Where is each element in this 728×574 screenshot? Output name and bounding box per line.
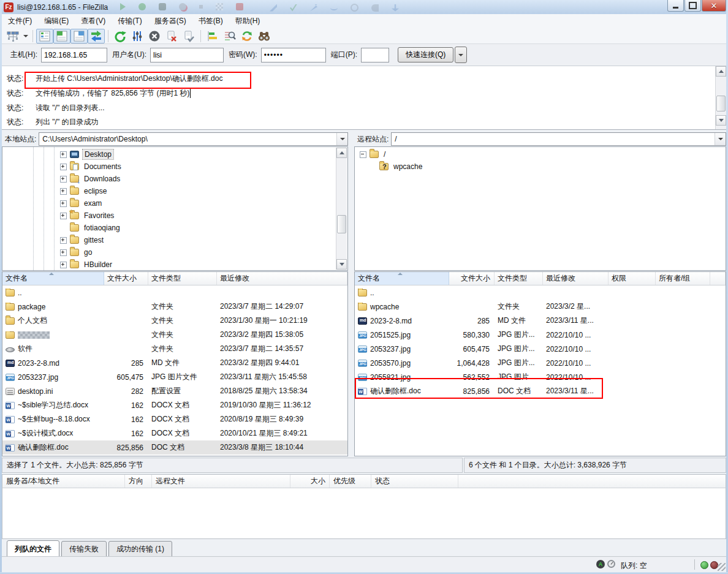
column-header-filesize[interactable]: 文件大小 — [449, 272, 495, 285]
tree-item-wpcache[interactable]: wpcache — [379, 160, 424, 173]
file-row[interactable]: 2053570.jpg1,064,428JPG 图片...2022/10/10 … — [355, 356, 726, 370]
local-tree-scrollbar[interactable] — [336, 148, 347, 270]
tree-item-gittest[interactable]: gittest — [60, 234, 105, 246]
tab-successful-transfers[interactable]: 成功的传输 (1) — [108, 541, 172, 557]
refresh-button[interactable] — [112, 29, 129, 43]
column-header-filetype[interactable]: 文件类型 — [148, 272, 217, 285]
queue-column-priority[interactable]: 优先级 — [330, 475, 371, 488]
toggle-transfer-queue-button[interactable] — [88, 29, 105, 43]
remote-file-list[interactable]: 文件名 文件大小 文件类型 最近修改 权限 所有者/组 .. wpcache文件… — [354, 271, 726, 456]
file-row[interactable]: ~$设计模式.docx162DOCX 文档2020/10/21 星期三 8:49… — [2, 426, 347, 440]
speed-limit-icon[interactable] — [607, 560, 615, 568]
column-header-owner-group[interactable]: 所有者/组 — [656, 272, 710, 285]
queue-column-server-local[interactable]: 服务器/本地文件 — [2, 475, 125, 488]
password-input[interactable] — [261, 48, 326, 62]
combo-dropdown-button[interactable] — [715, 133, 726, 145]
menu-edit[interactable]: 编辑(E) — [38, 14, 75, 28]
local-directory-tree[interactable]: Desktop Documents Downloads eclipse exam… — [2, 146, 348, 271]
site-manager-button[interactable] — [4, 29, 21, 43]
column-header-modified[interactable]: 最近修改 — [543, 272, 609, 285]
collapse-icon[interactable] — [360, 151, 366, 158]
file-row[interactable]: 2055821.jpg562,552JPG 图片...2022/10/10 ..… — [355, 370, 726, 384]
local-site-combobox[interactable]: C:\Users\Administrator\Desktop\ — [39, 132, 348, 146]
file-row[interactable]: 软件文件夹2023/3/7 星期二 14:35:57 — [2, 342, 347, 356]
expand-icon[interactable] — [60, 200, 67, 207]
toggle-local-tree-button[interactable] — [53, 29, 70, 43]
expand-icon[interactable] — [60, 213, 67, 219]
toggle-message-log-button[interactable] — [36, 29, 53, 43]
site-manager-dropdown[interactable] — [21, 29, 29, 43]
directory-filter-button[interactable] — [221, 29, 238, 43]
file-row-parent[interactable]: .. — [355, 285, 726, 300]
expand-icon[interactable] — [60, 262, 67, 268]
find-files-button[interactable] — [256, 29, 273, 43]
expand-icon[interactable] — [60, 164, 67, 170]
file-row[interactable]: wpcache文件夹2023/3/2 星... — [355, 300, 726, 314]
tree-item-desktop[interactable]: Desktop — [60, 148, 114, 160]
username-input[interactable] — [150, 48, 224, 62]
column-header-filetype[interactable]: 文件类型 — [495, 272, 543, 285]
file-row[interactable]: desktop.ini282配置设置2018/8/25 星期六 13:58:34 — [2, 384, 347, 398]
remote-directory-tree[interactable]: / wpcache — [354, 146, 726, 271]
tree-item-fotiaoqiang[interactable]: fotiaoqiang — [60, 222, 122, 234]
file-row[interactable]: 2053237.jpg605,475JPG 图片文件2023/3/11 星期六 … — [2, 370, 347, 384]
queue-column-size[interactable]: 大小 — [290, 475, 330, 488]
combo-dropdown-button[interactable] — [336, 133, 347, 145]
scroll-up-button[interactable] — [336, 148, 347, 158]
file-row[interactable]: package文件夹2023/3/7 星期二 14:29:07 — [2, 300, 347, 314]
tree-item-downloads[interactable]: Downloads — [60, 173, 122, 185]
remote-site-combobox[interactable]: / — [391, 132, 726, 146]
tree-item-exam[interactable]: exam — [60, 197, 104, 210]
queue-column-remote-file[interactable]: 远程文件 — [152, 475, 290, 488]
directory-comparison-button[interactable] — [204, 29, 221, 43]
minimize-button[interactable] — [667, 0, 684, 12]
file-row[interactable]: 2023-2-8.md285MD 文件2023/3/11 星... — [355, 314, 726, 328]
queue-body[interactable] — [2, 488, 726, 539]
scroll-down-button[interactable] — [716, 115, 726, 126]
column-header-filename[interactable]: 文件名 — [355, 272, 449, 285]
close-button[interactable]: ✕ — [702, 0, 726, 12]
quickconnect-button[interactable]: 快速连接(Q) — [398, 47, 453, 62]
column-header-modified[interactable]: 最近修改 — [217, 272, 347, 285]
port-input[interactable] — [361, 48, 389, 62]
file-row[interactable]: 2023-2-8.md285MD 文件2023/3/2 星期四 9:44:01 — [2, 356, 347, 370]
scroll-thumb[interactable] — [716, 96, 726, 111]
column-header-filename[interactable]: 文件名 — [2, 272, 104, 285]
column-header-permissions[interactable]: 权限 — [609, 272, 656, 285]
file-row[interactable]: 2051525.jpg580,330JPG 图片...2022/10/10 ..… — [355, 328, 726, 342]
disconnect-button[interactable] — [163, 29, 180, 43]
titlebar[interactable]: Fz lisi@192.168.1.65 - FileZilla ✕ — [0, 0, 728, 14]
menu-server[interactable]: 服务器(S) — [148, 14, 192, 28]
file-row[interactable]: ~$sible学习总结.docx162DOCX 文档2019/10/30 星期三… — [2, 398, 347, 412]
file-row-selected[interactable]: 确认删除框.doc825,856DOC 文档2023/3/8 星期三 18:10… — [2, 440, 347, 455]
maximize-button[interactable] — [684, 0, 701, 12]
scroll-down-button[interactable] — [336, 259, 347, 270]
queue-column-status[interactable]: 状态 — [371, 475, 458, 488]
expand-icon[interactable] — [60, 249, 67, 256]
quickconnect-dropdown[interactable] — [455, 47, 467, 63]
tab-queued-files[interactable]: 列队的文件 — [7, 540, 59, 557]
tree-item-documents[interactable]: Documents — [60, 160, 123, 173]
cancel-button[interactable] — [146, 29, 163, 43]
transfer-mode-gear-icon[interactable]: A — [596, 560, 605, 568]
menu-transfer[interactable]: 传输(T) — [112, 14, 148, 28]
tab-failed-transfers[interactable]: 传输失败 — [61, 541, 107, 557]
scroll-up-button[interactable] — [716, 66, 726, 77]
file-row[interactable]: 文件夹2023/3/2 星期四 15:38:05 — [2, 328, 347, 342]
file-row-parent[interactable]: .. — [2, 285, 347, 300]
local-file-list[interactable]: 文件名 文件大小 文件类型 最近修改 .. package文件夹2023/3/7… — [2, 271, 348, 456]
tree-item-eclipse[interactable]: eclipse — [60, 185, 108, 197]
tree-item-go[interactable]: go — [60, 246, 94, 259]
expand-icon[interactable] — [60, 176, 67, 183]
resize-grip[interactable] — [718, 563, 726, 571]
file-row[interactable]: ~$生鲜bug--8.18.docx162DOCX 文档2020/8/19 星期… — [2, 412, 347, 426]
file-row[interactable]: 2053237.jpg605,475JPG 图片...2022/10/10 ..… — [355, 342, 726, 356]
menu-help[interactable]: 帮助(H) — [229, 14, 267, 28]
toggle-remote-tree-button[interactable] — [70, 29, 88, 43]
scroll-thumb[interactable] — [337, 215, 346, 233]
tree-item-root[interactable]: / — [360, 148, 387, 160]
tree-item-hbuilder[interactable]: HBuilder — [60, 259, 114, 271]
queue-column-direction[interactable]: 方向 — [125, 475, 152, 488]
filter-settings-button[interactable] — [129, 29, 146, 43]
file-row-uploaded[interactable]: 确认删除框.doc825,856DOC 文档2023/3/11 星... — [355, 384, 726, 398]
